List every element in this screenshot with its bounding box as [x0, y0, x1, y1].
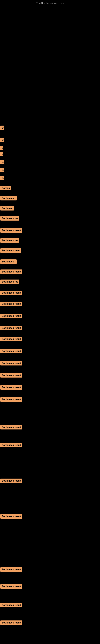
result-item-35[interactable]: Bottleneck result	[0, 620, 22, 625]
result-item-9[interactable]: Bottleneck r	[0, 196, 17, 200]
result-item-19[interactable]: Bottleneck result	[0, 302, 22, 306]
result-item-24[interactable]: Bottleneck result	[0, 361, 22, 366]
result-item-27[interactable]: Bottleneck result	[0, 397, 22, 402]
result-item-25[interactable]: Bottleneck result	[0, 373, 22, 378]
result-item-6[interactable]: Bo	[0, 168, 4, 172]
result-item-2[interactable]: Bottleneck result	[0, 138, 4, 142]
result-item-26[interactable]: Bottleneck result	[0, 385, 22, 390]
result-item-30[interactable]: Bottleneck result	[0, 478, 22, 483]
result-item-20[interactable]: Bottleneck result	[0, 314, 22, 318]
result-item-14[interactable]: Bottleneck resul	[0, 248, 21, 253]
result-item-17[interactable]: Bottleneck res	[0, 280, 19, 284]
result-item-28[interactable]: Bottleneck result	[0, 425, 22, 430]
result-item-31[interactable]: Bottleneck result	[0, 514, 22, 518]
result-item-22[interactable]: Bottleneck result	[0, 337, 22, 341]
result-item-8[interactable]: Bottlen	[0, 186, 11, 190]
result-item-32[interactable]: Bottleneck result	[0, 567, 22, 572]
result-item-7[interactable]: Bo	[0, 176, 4, 180]
result-item-23[interactable]: Bottleneck result	[0, 349, 22, 354]
site-title: TheBottlenecker.com	[0, 0, 100, 5]
result-item-4[interactable]: B	[0, 152, 3, 156]
result-item-11[interactable]: Bottleneck res	[0, 216, 19, 220]
result-item-1[interactable]: Bottleneck result	[0, 126, 4, 130]
result-item-12[interactable]: Bottleneck result	[0, 228, 22, 233]
result-item-3[interactable]: B	[0, 146, 3, 150]
result-item-5[interactable]: Bo	[0, 160, 4, 164]
result-item-16[interactable]: Bottleneck result	[0, 270, 22, 274]
result-item-33[interactable]: Bottleneck result	[0, 584, 22, 589]
result-item-21[interactable]: Bottleneck result	[0, 326, 22, 330]
result-item-34[interactable]: Bottleneck result	[0, 603, 22, 607]
result-item-18[interactable]: Bottleneck result	[0, 290, 22, 295]
result-item-29[interactable]: Bottleneck result	[0, 443, 22, 448]
result-item-10[interactable]: Bottlenec	[0, 206, 14, 210]
result-item-15[interactable]: Bottleneck r	[0, 260, 17, 264]
result-item-13[interactable]: Bottleneck res	[0, 238, 19, 243]
